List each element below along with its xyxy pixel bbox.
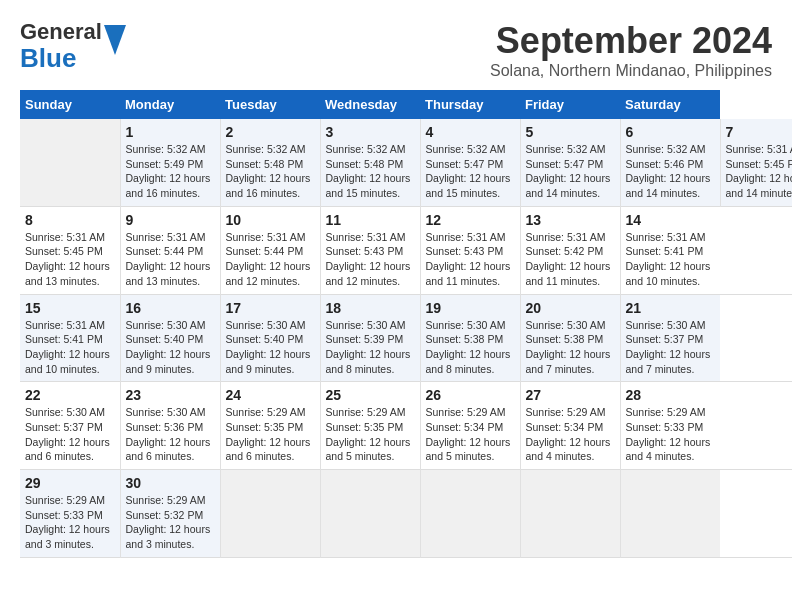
day-number: 12 [426, 212, 515, 228]
day-number: 15 [25, 300, 115, 316]
calendar-cell: 2Sunrise: 5:32 AMSunset: 5:48 PMDaylight… [220, 119, 320, 206]
day-info: Sunrise: 5:30 AMSunset: 5:36 PMDaylight:… [126, 405, 215, 464]
day-number: 21 [626, 300, 716, 316]
day-number: 20 [526, 300, 615, 316]
day-info: Sunrise: 5:31 AMSunset: 5:41 PMDaylight:… [626, 230, 716, 289]
weekday-header-row: SundayMondayTuesdayWednesdayThursdayFrid… [20, 90, 792, 119]
day-info: Sunrise: 5:32 AMSunset: 5:47 PMDaylight:… [526, 142, 615, 201]
day-number: 3 [326, 124, 415, 140]
calendar-cell [220, 470, 320, 558]
week-row-4: 22Sunrise: 5:30 AMSunset: 5:37 PMDayligh… [20, 382, 792, 470]
day-number: 17 [226, 300, 315, 316]
weekday-saturday: Saturday [620, 90, 720, 119]
day-number: 26 [426, 387, 515, 403]
weekday-monday: Monday [120, 90, 220, 119]
weekday-thursday: Thursday [420, 90, 520, 119]
calendar-cell: 26Sunrise: 5:29 AMSunset: 5:34 PMDayligh… [420, 382, 520, 470]
logo-icon [104, 25, 126, 59]
day-info: Sunrise: 5:29 AMSunset: 5:35 PMDaylight:… [226, 405, 315, 464]
calendar-cell: 29Sunrise: 5:29 AMSunset: 5:33 PMDayligh… [20, 470, 120, 558]
day-number: 6 [626, 124, 715, 140]
week-row-3: 15Sunrise: 5:31 AMSunset: 5:41 PMDayligh… [20, 294, 792, 382]
calendar-cell: 16Sunrise: 5:30 AMSunset: 5:40 PMDayligh… [120, 294, 220, 382]
calendar-cell: 9Sunrise: 5:31 AMSunset: 5:44 PMDaylight… [120, 206, 220, 294]
day-info: Sunrise: 5:32 AMSunset: 5:46 PMDaylight:… [626, 142, 715, 201]
calendar-cell: 21Sunrise: 5:30 AMSunset: 5:37 PMDayligh… [620, 294, 720, 382]
day-info: Sunrise: 5:29 AMSunset: 5:34 PMDaylight:… [426, 405, 515, 464]
day-number: 10 [226, 212, 315, 228]
day-number: 24 [226, 387, 315, 403]
day-number: 30 [126, 475, 215, 491]
calendar-cell [620, 470, 720, 558]
calendar-body: 1Sunrise: 5:32 AMSunset: 5:49 PMDaylight… [20, 119, 792, 557]
svg-marker-0 [104, 25, 126, 55]
day-info: Sunrise: 5:31 AMSunset: 5:41 PMDaylight:… [25, 318, 115, 377]
calendar-header: SundayMondayTuesdayWednesdayThursdayFrid… [20, 90, 792, 119]
day-info: Sunrise: 5:29 AMSunset: 5:33 PMDaylight:… [25, 493, 115, 552]
logo: General Blue [20, 20, 126, 73]
calendar-cell: 5Sunrise: 5:32 AMSunset: 5:47 PMDaylight… [520, 119, 620, 206]
calendar-table: SundayMondayTuesdayWednesdayThursdayFrid… [20, 90, 792, 558]
calendar-cell: 8Sunrise: 5:31 AMSunset: 5:45 PMDaylight… [20, 206, 120, 294]
week-row-1: 1Sunrise: 5:32 AMSunset: 5:49 PMDaylight… [20, 119, 792, 206]
day-number: 19 [426, 300, 515, 316]
calendar-cell: 25Sunrise: 5:29 AMSunset: 5:35 PMDayligh… [320, 382, 420, 470]
week-row-2: 8Sunrise: 5:31 AMSunset: 5:45 PMDaylight… [20, 206, 792, 294]
day-number: 5 [526, 124, 615, 140]
day-number: 29 [25, 475, 115, 491]
weekday-wednesday: Wednesday [320, 90, 420, 119]
day-info: Sunrise: 5:31 AMSunset: 5:45 PMDaylight:… [25, 230, 115, 289]
day-info: Sunrise: 5:32 AMSunset: 5:48 PMDaylight:… [326, 142, 415, 201]
calendar-cell: 10Sunrise: 5:31 AMSunset: 5:44 PMDayligh… [220, 206, 320, 294]
calendar-cell: 3Sunrise: 5:32 AMSunset: 5:48 PMDaylight… [320, 119, 420, 206]
day-info: Sunrise: 5:32 AMSunset: 5:48 PMDaylight:… [226, 142, 315, 201]
calendar-cell: 23Sunrise: 5:30 AMSunset: 5:36 PMDayligh… [120, 382, 220, 470]
weekday-sunday: Sunday [20, 90, 120, 119]
calendar-cell: 30Sunrise: 5:29 AMSunset: 5:32 PMDayligh… [120, 470, 220, 558]
calendar-cell [320, 470, 420, 558]
calendar-cell: 20Sunrise: 5:30 AMSunset: 5:38 PMDayligh… [520, 294, 620, 382]
day-info: Sunrise: 5:31 AMSunset: 5:43 PMDaylight:… [426, 230, 515, 289]
day-info: Sunrise: 5:30 AMSunset: 5:40 PMDaylight:… [126, 318, 215, 377]
location: Solana, Northern Mindanao, Philippines [490, 62, 772, 80]
calendar-cell: 15Sunrise: 5:31 AMSunset: 5:41 PMDayligh… [20, 294, 120, 382]
week-row-5: 29Sunrise: 5:29 AMSunset: 5:33 PMDayligh… [20, 470, 792, 558]
day-info: Sunrise: 5:30 AMSunset: 5:37 PMDaylight:… [25, 405, 115, 464]
weekday-friday: Friday [520, 90, 620, 119]
calendar-cell: 28Sunrise: 5:29 AMSunset: 5:33 PMDayligh… [620, 382, 720, 470]
day-info: Sunrise: 5:31 AMSunset: 5:44 PMDaylight:… [126, 230, 215, 289]
day-number: 25 [326, 387, 415, 403]
day-number: 23 [126, 387, 215, 403]
calendar-cell: 12Sunrise: 5:31 AMSunset: 5:43 PMDayligh… [420, 206, 520, 294]
logo-text: General Blue [20, 20, 102, 73]
day-info: Sunrise: 5:30 AMSunset: 5:38 PMDaylight:… [426, 318, 515, 377]
calendar-cell: 19Sunrise: 5:30 AMSunset: 5:38 PMDayligh… [420, 294, 520, 382]
calendar-cell: 13Sunrise: 5:31 AMSunset: 5:42 PMDayligh… [520, 206, 620, 294]
calendar-cell: 4Sunrise: 5:32 AMSunset: 5:47 PMDaylight… [420, 119, 520, 206]
day-info: Sunrise: 5:31 AMSunset: 5:43 PMDaylight:… [326, 230, 415, 289]
day-number: 8 [25, 212, 115, 228]
calendar-cell: 7Sunrise: 5:31 AMSunset: 5:45 PMDaylight… [720, 119, 792, 206]
day-info: Sunrise: 5:30 AMSunset: 5:38 PMDaylight:… [526, 318, 615, 377]
calendar-cell: 6Sunrise: 5:32 AMSunset: 5:46 PMDaylight… [620, 119, 720, 206]
day-number: 14 [626, 212, 716, 228]
day-info: Sunrise: 5:31 AMSunset: 5:42 PMDaylight:… [526, 230, 615, 289]
day-number: 9 [126, 212, 215, 228]
day-info: Sunrise: 5:32 AMSunset: 5:47 PMDaylight:… [426, 142, 515, 201]
day-number: 2 [226, 124, 315, 140]
weekday-tuesday: Tuesday [220, 90, 320, 119]
calendar-cell [20, 119, 120, 206]
day-number: 4 [426, 124, 515, 140]
day-number: 13 [526, 212, 615, 228]
day-info: Sunrise: 5:30 AMSunset: 5:37 PMDaylight:… [626, 318, 716, 377]
calendar-cell: 11Sunrise: 5:31 AMSunset: 5:43 PMDayligh… [320, 206, 420, 294]
calendar-cell: 17Sunrise: 5:30 AMSunset: 5:40 PMDayligh… [220, 294, 320, 382]
day-number: 1 [126, 124, 215, 140]
calendar-cell: 18Sunrise: 5:30 AMSunset: 5:39 PMDayligh… [320, 294, 420, 382]
calendar-cell [520, 470, 620, 558]
day-info: Sunrise: 5:31 AMSunset: 5:45 PMDaylight:… [726, 142, 793, 201]
day-info: Sunrise: 5:31 AMSunset: 5:44 PMDaylight:… [226, 230, 315, 289]
day-info: Sunrise: 5:29 AMSunset: 5:32 PMDaylight:… [126, 493, 215, 552]
calendar-cell: 24Sunrise: 5:29 AMSunset: 5:35 PMDayligh… [220, 382, 320, 470]
calendar-cell: 1Sunrise: 5:32 AMSunset: 5:49 PMDaylight… [120, 119, 220, 206]
